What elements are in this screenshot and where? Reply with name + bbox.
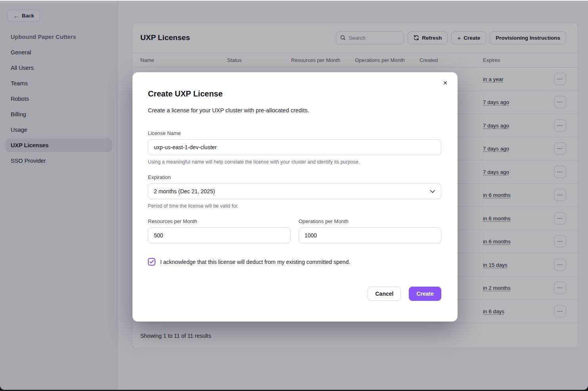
acknowledge-text: I acknowledge that this license will ded…	[160, 259, 350, 265]
license-name-input[interactable]	[148, 139, 441, 155]
resources-label: Resources per Month	[148, 218, 291, 224]
acknowledge-row: I acknowledge that this license will ded…	[148, 258, 441, 266]
license-name-label: License Name	[148, 130, 441, 136]
expiration-label: Expiration	[148, 174, 441, 180]
modal-title: Create UXP License	[148, 88, 441, 99]
create-uxp-license-modal: × Create UXP License Create a license fo…	[132, 72, 458, 322]
limits-row: Resources per Month Operations per Month	[148, 209, 441, 243]
cancel-button[interactable]: Cancel	[368, 287, 401, 301]
expiration-selected-value: 2 months (Dec 21, 2025)	[154, 188, 215, 195]
operations-field: Operations per Month	[299, 209, 441, 243]
close-icon[interactable]: ×	[439, 77, 451, 89]
modal-description: Create a license for your UXP cluster wi…	[148, 106, 441, 114]
check-icon	[149, 260, 154, 264]
acknowledge-checkbox[interactable]	[148, 258, 155, 266]
modal-create-button[interactable]: Create	[409, 287, 441, 301]
modal-actions: Cancel Create	[148, 287, 441, 301]
license-name-helper: Using a meaningful name will help correl…	[148, 159, 441, 165]
expiration-select[interactable]: 2 months (Dec 21, 2025)	[148, 183, 441, 199]
window-top-edge	[0, 0, 588, 1]
operations-label: Operations per Month	[299, 218, 441, 224]
chevron-down-icon	[430, 190, 435, 193]
operations-input[interactable]	[299, 227, 441, 243]
resources-field: Resources per Month	[148, 209, 291, 243]
resources-input[interactable]	[148, 227, 291, 243]
expiration-helper: Period of time the license will be valid…	[148, 203, 441, 209]
